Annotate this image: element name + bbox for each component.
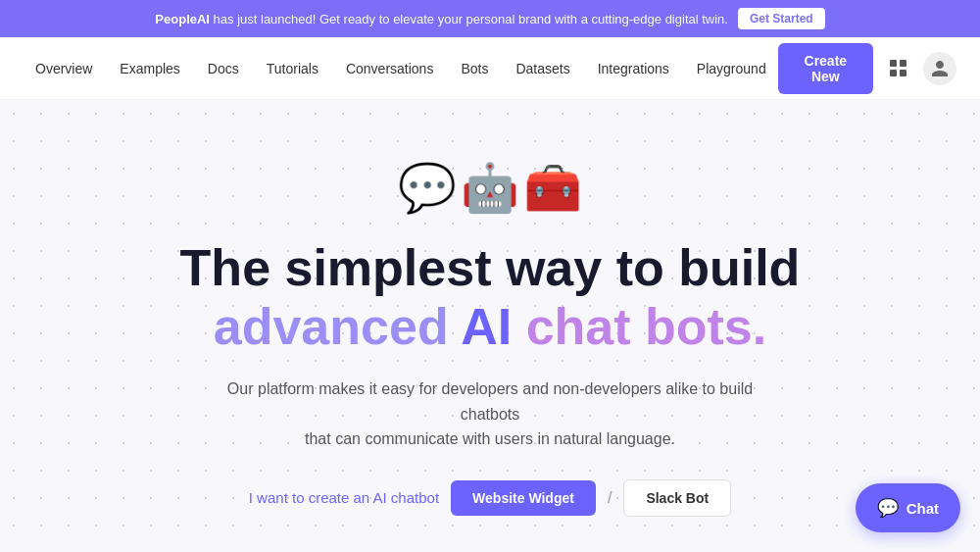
nav-link-docs[interactable]: Docs <box>196 53 251 84</box>
grid-icon-button[interactable] <box>885 51 911 86</box>
nav-actions: Create New <box>778 43 956 94</box>
nav-link-bots[interactable]: Bots <box>449 53 500 84</box>
hero-title-line2: advanced AI chat bots. <box>214 298 766 357</box>
grid-icon <box>890 60 906 76</box>
website-widget-button[interactable]: Website Widget <box>451 480 596 516</box>
announcement-banner: PeopleAI has just launched! Get ready to… <box>0 0 980 37</box>
nav-links: Overview Examples Docs Tutorials Convers… <box>24 53 778 84</box>
chat-bubble-icon: 💬 <box>877 497 899 519</box>
nav-link-datasets[interactable]: Datasets <box>504 53 581 84</box>
hero-desc-line1: Our platform makes it easy for developer… <box>227 380 753 423</box>
nav-link-playground[interactable]: Playground <box>685 53 778 84</box>
cta-text: I want to create an AI chatbot <box>249 489 439 506</box>
hero-title-line1: The simplest way to build <box>180 239 801 298</box>
chat-widget-label: Chat <box>906 500 939 517</box>
hero-desc-line2: that can communicate with users in natur… <box>305 430 675 447</box>
cta-divider: / <box>608 489 612 507</box>
nav-link-conversations[interactable]: Conversations <box>334 53 446 84</box>
emoji-row: 💬 🤖 🧰 <box>398 161 582 216</box>
word-advanced: advanced <box>214 298 449 355</box>
chat-widget-button[interactable]: 💬 Chat <box>856 483 960 532</box>
word-ai: AI <box>461 298 512 355</box>
cta-row: I want to create an AI chatbot Website W… <box>249 479 731 517</box>
nav-link-tutorials[interactable]: Tutorials <box>255 53 330 84</box>
hero-section: 💬 🤖 🧰 The simplest way to build advanced… <box>0 100 980 552</box>
word-chat-bots: chat bots. <box>526 298 767 355</box>
get-started-button[interactable]: Get Started <box>738 8 825 29</box>
create-new-button[interactable]: Create New <box>778 43 873 94</box>
robot-emoji: 🤖 <box>461 161 519 216</box>
chat-emoji: 💬 <box>398 161 457 216</box>
user-profile-button[interactable] <box>923 51 956 86</box>
nav-link-integrations[interactable]: Integrations <box>586 53 681 84</box>
toolbox-emoji: 🧰 <box>523 161 582 216</box>
user-avatar <box>923 52 956 85</box>
banner-text: has just launched! Get ready to elevate … <box>210 12 728 26</box>
hero-description: Our platform makes it easy for developer… <box>216 376 764 452</box>
brand-name: PeopleAI <box>155 12 210 26</box>
nav-link-examples[interactable]: Examples <box>108 53 191 84</box>
navbar: Overview Examples Docs Tutorials Convers… <box>0 37 980 100</box>
slack-bot-button[interactable]: Slack Bot <box>623 479 731 517</box>
nav-link-overview[interactable]: Overview <box>24 53 104 84</box>
